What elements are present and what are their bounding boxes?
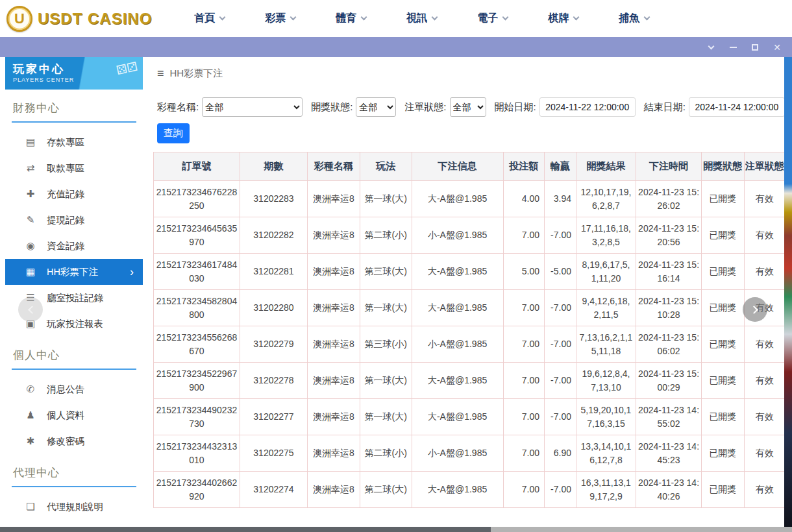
sidebar-item-label: 消息公告 bbox=[47, 383, 84, 396]
cell-result: 12,10,17,19,6,2,8,7 bbox=[576, 181, 636, 217]
cell-lottery: 澳洲幸运8 bbox=[308, 363, 360, 399]
nav-item[interactable]: 視訊 bbox=[386, 0, 457, 37]
chevron-down-icon bbox=[573, 14, 580, 21]
draw-status-select[interactable]: 全部 bbox=[356, 97, 396, 117]
cell-play: 第二球(小) bbox=[360, 435, 412, 472]
cell-result: 5,19,20,10,17,16,3,15 bbox=[576, 399, 636, 435]
maximize-icon bbox=[752, 44, 758, 51]
nav-item[interactable]: 棋牌 bbox=[528, 0, 599, 37]
cell-bet-time: 2024-11-23 15:10:28 bbox=[636, 290, 701, 326]
cell-bet-info: 大-A盤@1.985 bbox=[412, 290, 503, 326]
players-center-subtitle: PLAYERS CENTER bbox=[13, 77, 135, 83]
sidebar-item-label: 代理規則說明 bbox=[47, 501, 103, 513]
cell-win-loss: -7.00 bbox=[544, 217, 576, 254]
cell-draw-status: 已開獎 bbox=[702, 181, 744, 217]
cell-play: 第一球(大) bbox=[360, 363, 412, 399]
nav-item[interactable]: 體育 bbox=[316, 0, 386, 37]
end-date-input[interactable] bbox=[689, 97, 785, 117]
search-button[interactable]: 查詢 bbox=[157, 123, 190, 143]
cell-amount: 7.00 bbox=[503, 363, 544, 399]
chevron-right-icon: › bbox=[130, 265, 134, 279]
chevron-down-icon bbox=[644, 14, 650, 21]
sidebar-item[interactable]: ❮代理推廣管理 bbox=[5, 520, 143, 527]
scroll-right-button[interactable] bbox=[743, 297, 767, 322]
nav-item-label: 體育 bbox=[336, 12, 356, 25]
sidebar-item[interactable]: ◉資金記錄 bbox=[5, 233, 143, 259]
sidebar-item[interactable]: ▤存款專區 bbox=[5, 129, 143, 155]
cell-lottery: 澳洲幸运8 bbox=[308, 254, 360, 290]
column-header: 下注信息 bbox=[412, 152, 503, 181]
table-row: 215217323449023273031202277澳洲幸运8第一球(大)大-… bbox=[154, 399, 786, 435]
sidebar-item-label: HH彩票下注 bbox=[47, 266, 98, 278]
announcement-bell-icon: ✆ bbox=[25, 383, 36, 395]
sidebar-item[interactable]: ♟個人資料 bbox=[5, 402, 143, 428]
sidebar-item[interactable]: ▦HH彩票下注› bbox=[5, 259, 143, 285]
sidebar-item[interactable]: ✆消息公告 bbox=[5, 376, 143, 402]
column-header: 玩法 bbox=[360, 152, 412, 181]
close-button[interactable]: ✕ bbox=[769, 40, 786, 54]
sidebar-item-label: 廳室投註記錄 bbox=[47, 292, 103, 304]
scrollbar-handle[interactable] bbox=[0, 527, 491, 532]
table-row: 215217323455626867031202279澳洲幸运8第三球(小)小-… bbox=[154, 326, 786, 363]
minimize-icon bbox=[730, 47, 737, 48]
cell-order-no: 2152173234617484030 bbox=[154, 254, 240, 290]
chevron-down-icon bbox=[290, 14, 297, 21]
page-title: HH彩票下注 bbox=[170, 67, 223, 80]
cell-bet-info: 大-A盤@1.985 bbox=[412, 254, 503, 290]
cell-order-status: 有效 bbox=[744, 399, 785, 435]
cell-lottery: 澳洲幸运8 bbox=[308, 472, 360, 508]
cell-amount: 7.00 bbox=[503, 217, 544, 254]
cell-result: 13,3,14,10,16,12,7,8 bbox=[576, 435, 636, 472]
window-chevron-button[interactable] bbox=[702, 40, 719, 54]
password-gear-icon: ✱ bbox=[25, 435, 36, 447]
minimize-button[interactable] bbox=[724, 40, 741, 54]
cell-win-loss: -7.00 bbox=[544, 363, 576, 399]
top-bar: U USDT CASINO 首頁彩票體育視訊電子棋牌捕魚 bbox=[0, 0, 792, 37]
sidebar-item-label: 個人資料 bbox=[47, 409, 84, 422]
maximize-button[interactable] bbox=[747, 40, 763, 54]
chevron-down-icon bbox=[502, 14, 509, 21]
nav-item[interactable]: 電子 bbox=[457, 0, 528, 37]
horizontal-scrollbar[interactable] bbox=[0, 527, 792, 532]
cell-order-status: 有效 bbox=[744, 472, 785, 508]
chevron-down-icon bbox=[219, 14, 226, 21]
cell-period: 31202279 bbox=[240, 326, 307, 363]
nav-item-label: 彩票 bbox=[265, 12, 286, 25]
cell-play: 第一球(大) bbox=[360, 290, 412, 326]
start-date-input[interactable] bbox=[539, 97, 636, 117]
deposit-icon: ▤ bbox=[25, 136, 36, 148]
draw-status-label: 開獎狀態: bbox=[311, 101, 353, 114]
cell-bet-time: 2024-11-23 15:26:02 bbox=[636, 181, 701, 217]
sidebar-item-label: 修改密碼 bbox=[47, 435, 84, 448]
sidebar-item[interactable]: ❏代理規則說明 bbox=[5, 494, 143, 520]
nav-item[interactable]: 首頁 bbox=[174, 0, 245, 37]
cell-order-no: 2152173234556268670 bbox=[154, 326, 240, 363]
cell-bet-info: 大-A盤@1.985 bbox=[412, 363, 503, 399]
column-header: 訂單號 bbox=[154, 152, 240, 181]
cell-win-loss: 6.90 bbox=[544, 435, 576, 472]
cell-amount: 5.00 bbox=[503, 254, 544, 290]
cell-bet-time: 2024-11-23 15:00:29 bbox=[636, 363, 701, 399]
sidebar-item[interactable]: ✎提現記錄 bbox=[5, 207, 143, 233]
lottery-name-select[interactable]: 全部 bbox=[202, 97, 303, 117]
cell-draw-status: 已開獎 bbox=[702, 435, 744, 472]
sidebar-item-label: 提現記錄 bbox=[47, 214, 84, 226]
withdraw-record-icon: ✎ bbox=[25, 214, 36, 226]
order-status-select[interactable]: 全部 bbox=[450, 97, 486, 117]
column-header: 彩種名稱 bbox=[308, 152, 360, 181]
sidebar-item[interactable]: ✱修改密碼 bbox=[5, 428, 143, 454]
sidebar-item[interactable]: ⇄取款專區 bbox=[5, 155, 143, 181]
sidebar-item[interactable]: ✚充值記錄 bbox=[5, 181, 143, 207]
scroll-left-button[interactable] bbox=[18, 297, 43, 322]
nav-item[interactable]: 捕魚 bbox=[599, 0, 669, 37]
nav-item[interactable]: 彩票 bbox=[245, 0, 316, 37]
cell-bet-time: 2024-11-23 15:16:14 bbox=[636, 254, 701, 290]
cell-bet-info: 大-A盤@1.985 bbox=[412, 181, 503, 217]
cell-period: 31202282 bbox=[240, 217, 307, 254]
sidebar-section-title: 代理中心 bbox=[12, 463, 136, 487]
cell-period: 31202278 bbox=[240, 363, 307, 399]
table-row: 215217323452296790031202278澳洲幸运8第一球(大)大-… bbox=[154, 363, 786, 399]
hamburger-menu-icon[interactable]: ≡ bbox=[157, 67, 164, 80]
cell-amount: 7.00 bbox=[503, 290, 544, 326]
casino-logo[interactable]: U USDT CASINO bbox=[6, 6, 152, 32]
